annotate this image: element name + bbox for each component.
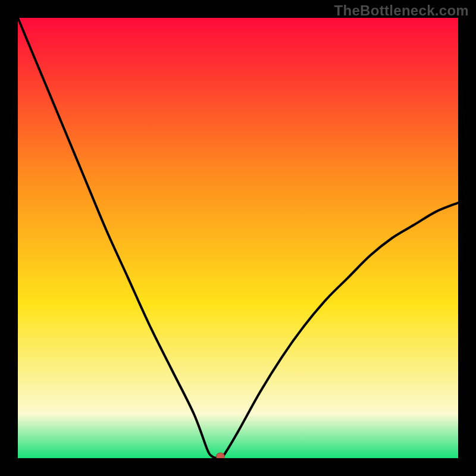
optimal-point-marker bbox=[216, 453, 224, 458]
watermark-text: TheBottleneck.com bbox=[334, 2, 469, 19]
chart-svg bbox=[18, 18, 458, 458]
plot-area bbox=[18, 18, 458, 458]
chart-frame: TheBottleneck.com bbox=[0, 0, 476, 476]
